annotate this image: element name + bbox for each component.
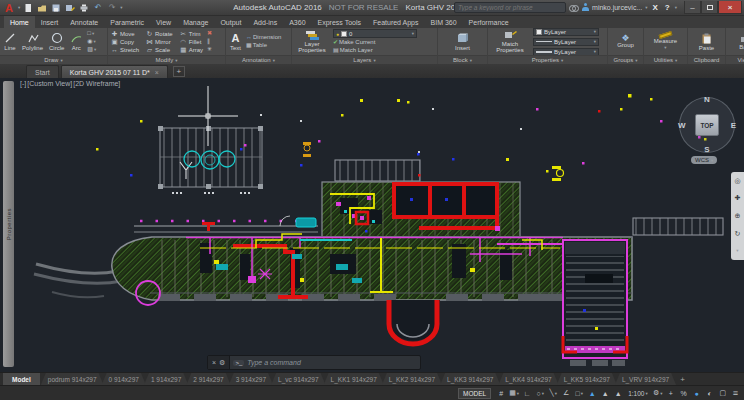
tab-layout-lvc[interactable]: L_vc 914x297: [271, 373, 325, 385]
navbar-menu-icon[interactable]: ▾: [736, 247, 738, 255]
annotation-monitor-toggle[interactable]: ▲: [612, 388, 624, 399]
tab-layout-0[interactable]: 0 914x297: [102, 373, 146, 385]
tab-bim360[interactable]: BIM 360: [425, 16, 463, 28]
tab-home[interactable]: Home: [4, 16, 35, 28]
view-panel-footer[interactable]: View▾: [726, 55, 744, 64]
zoom-icon[interactable]: ⊕: [735, 212, 741, 220]
signed-in-user[interactable]: minko.jurcevic...: [592, 4, 642, 11]
minimize-button[interactable]: –: [684, 1, 701, 14]
match-layer-button[interactable]: ▤Match Layer: [333, 47, 417, 54]
point-style-icon[interactable]: ◉▾: [87, 38, 96, 45]
open-file-button[interactable]: [36, 2, 48, 14]
rotate-button[interactable]: ↻Rotate: [146, 30, 173, 38]
tab-layout-lkk4[interactable]: L_KK4 914x297: [498, 373, 558, 385]
measure-button[interactable]: Measure▾: [653, 33, 678, 51]
text-button[interactable]: AText: [229, 33, 242, 51]
plot-button[interactable]: [78, 2, 90, 14]
polar-tracking-toggle[interactable]: ○▾: [534, 388, 546, 399]
tab-layout-2[interactable]: 2 914x297: [186, 373, 230, 385]
chevron-down-icon[interactable]: ▾: [645, 5, 647, 10]
tab-layout-podrum[interactable]: podrum 914x297: [41, 373, 104, 385]
annotation-add-scales-button[interactable]: +: [665, 388, 677, 399]
navigation-bar[interactable]: ◎ ✚ ⊕ ↻ ▾: [731, 172, 744, 260]
pan-icon[interactable]: ✚: [735, 194, 741, 202]
tab-express-tools[interactable]: Express Tools: [312, 16, 367, 28]
erase-icon[interactable]: ✖: [207, 30, 212, 37]
object-snap-toggle[interactable]: □▾: [573, 388, 585, 399]
modify-panel-footer[interactable]: Modify▾: [108, 55, 225, 64]
arc-button[interactable]: Arc: [69, 32, 83, 51]
help-search-input[interactable]: [454, 2, 566, 13]
viewcube-north[interactable]: N: [704, 95, 710, 104]
tab-view[interactable]: View: [150, 16, 177, 28]
close-button[interactable]: ×: [718, 1, 742, 14]
close-icon[interactable]: ×: [155, 69, 159, 76]
insert-button[interactable]: Insert: [454, 33, 471, 51]
draw-panel-footer[interactable]: Draw▾: [0, 55, 107, 64]
stretch-button[interactable]: ↔Stretch: [111, 46, 139, 54]
groups-panel-footer[interactable]: Groups▾: [608, 55, 643, 64]
object-color-select[interactable]: ByLayer▾: [533, 28, 599, 36]
linetype-select[interactable]: ByLayer▾: [533, 38, 599, 46]
block-panel-footer[interactable]: Block▾: [438, 55, 487, 64]
customize-wrench-icon[interactable]: ⚙: [219, 359, 225, 367]
orbit-icon[interactable]: ↻: [735, 230, 741, 238]
tab-start[interactable]: Start: [26, 65, 59, 78]
layer-select[interactable]: ● 0 ▾: [333, 29, 417, 38]
paste-button[interactable]: Paste: [698, 33, 715, 51]
new-file-button[interactable]: [22, 2, 34, 14]
match-properties-button[interactable]: Match Properties: [491, 30, 529, 53]
line-button[interactable]: Line: [3, 32, 17, 51]
tab-manage[interactable]: Manage: [177, 16, 214, 28]
viewport-visual-style-control[interactable]: [2D Wireframe]: [73, 80, 120, 87]
save-as-button[interactable]: [64, 2, 76, 14]
offset-icon[interactable]: ∥: [207, 38, 212, 45]
command-line-window[interactable]: × ⚙ >_ Type a command: [207, 355, 421, 370]
tab-layout-1[interactable]: 1 914x297: [144, 373, 188, 385]
isodraft-toggle[interactable]: ╲▾: [547, 388, 559, 399]
navigation-wheel-icon[interactable]: ◎: [734, 177, 740, 185]
dimension-button[interactable]: ↔Dimension: [246, 34, 281, 41]
exchange-apps-icon[interactable]: X: [651, 3, 660, 12]
grid-display-toggle[interactable]: #: [495, 388, 507, 399]
copy-button[interactable]: ▣Copy: [111, 38, 139, 46]
tab-annotate[interactable]: Annotate: [64, 16, 104, 28]
tab-layout-lkk3[interactable]: L_KK3 914x297: [440, 373, 500, 385]
workspace-switching-gear[interactable]: ⚙▾: [652, 388, 664, 399]
tab-parametric[interactable]: Parametric: [104, 16, 150, 28]
properties-palette-collapsed[interactable]: Properties: [3, 81, 14, 367]
close-icon[interactable]: ×: [212, 359, 216, 366]
annotation-panel-footer[interactable]: Annotation▾: [226, 55, 291, 64]
trim-button[interactable]: ✂Trim: [180, 30, 203, 38]
tab-active-document[interactable]: Korta GHV 2015 07 11 D*×: [61, 65, 168, 78]
tab-insert[interactable]: Insert: [35, 16, 65, 28]
lineweight-select[interactable]: ByLayer▾: [533, 48, 599, 56]
explode-icon[interactable]: ✳: [207, 46, 212, 53]
table-button[interactable]: ▦Table: [246, 42, 281, 49]
make-current-button[interactable]: ✔Make Current: [333, 39, 417, 46]
tab-model[interactable]: Model: [3, 373, 40, 385]
redo-button[interactable]: ↷: [106, 2, 118, 14]
customization-menu-icon[interactable]: ≡: [730, 388, 741, 398]
save-button[interactable]: [50, 2, 62, 14]
viewcube-east[interactable]: E: [731, 121, 736, 130]
search-binoculars-icon[interactable]: [569, 4, 579, 11]
array-button[interactable]: ▦Array: [180, 46, 203, 54]
mirror-button[interactable]: ⋈Mirror: [146, 38, 173, 46]
quick-properties-toggle[interactable]: %: [678, 388, 690, 399]
new-layout-button[interactable]: +: [674, 373, 691, 385]
tab-layout-3[interactable]: 3 914x297: [229, 373, 273, 385]
new-drawing-tab-button[interactable]: +: [173, 66, 185, 77]
viewcube-top-face[interactable]: TOP: [695, 114, 719, 136]
group-button[interactable]: ❖Group: [616, 35, 635, 48]
ortho-mode-toggle[interactable]: ∟: [521, 388, 533, 399]
viewcube-south[interactable]: S: [704, 145, 709, 154]
restore-button[interactable]: [701, 1, 718, 14]
chevron-down-icon[interactable]: ▾: [18, 5, 20, 10]
model-space-toggle[interactable]: MODEL: [458, 388, 491, 399]
clipboard-panel-footer[interactable]: Clipboard: [688, 55, 725, 64]
chevron-down-icon[interactable]: ▾: [675, 5, 677, 10]
utilities-panel-footer[interactable]: Utilities▾: [644, 55, 687, 64]
object-snap-tracking-toggle[interactable]: ∠: [560, 388, 572, 399]
chevron-down-icon[interactable]: ▾: [120, 5, 122, 10]
